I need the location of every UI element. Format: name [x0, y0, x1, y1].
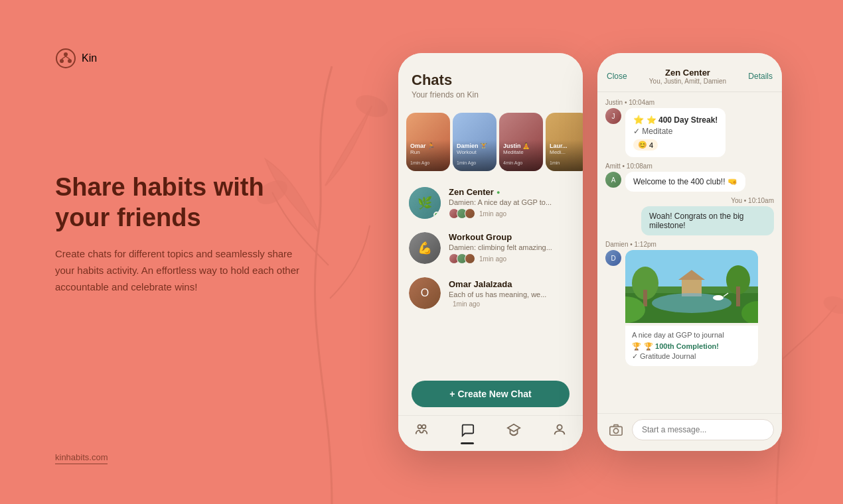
story-habit: Medi...	[550, 149, 583, 155]
park-photo	[625, 250, 758, 323]
svg-rect-14	[643, 290, 647, 306]
story-habit: Meditate	[503, 149, 539, 155]
photo-caption: A nice day at GGP to journal 🏆 🏆 100th C…	[625, 326, 758, 366]
sender-label: Justin • 10:04am	[605, 99, 774, 106]
logo-text: Kin	[82, 52, 97, 64]
people-icon	[414, 422, 429, 440]
hero-subtext: Create chats for different topics and se…	[55, 246, 307, 295]
stories-row: Omar 🏃 Run 1min Ago Damien 🏋 Workout 1mi…	[398, 106, 583, 178]
nav-item-profile[interactable]	[552, 422, 567, 440]
chat-item-workout[interactable]: 💪 Workout Group Damien: climbing felt am…	[398, 225, 583, 271]
nav-item-learn[interactable]	[506, 422, 521, 440]
message-amitt: Amitt • 10:08am A Welcome to the 400 clu…	[605, 162, 774, 192]
svg-point-5	[60, 59, 64, 63]
chat-avatar-omar: O	[409, 277, 441, 309]
chat-name: Workout Group	[449, 232, 572, 242]
message-damien-photo: Damien • 1:12pm D	[605, 241, 774, 366]
reaction-badge: 😊 4	[633, 139, 658, 151]
camera-button[interactable]	[605, 419, 627, 440]
create-chat-button[interactable]: + Create New Chat	[412, 381, 570, 407]
chat-time: 1min ago	[479, 255, 506, 263]
chat-time: 1min ago	[453, 300, 480, 308]
hero-section: Share habits with your friends Create ch…	[55, 172, 307, 295]
story-name: Omar 🏃	[410, 143, 446, 149]
message-justin-habit: Justin • 10:04am J ⭐ ⭐ 400 Day Streak! ✓…	[605, 99, 774, 157]
group-members: You, Justin, Amitt, Damien	[649, 78, 726, 85]
message-input[interactable]	[632, 419, 774, 440]
profile-icon	[552, 422, 567, 440]
sender-label: You • 10:10am	[605, 197, 774, 204]
footer-link[interactable]: kinhabits.com	[55, 452, 108, 464]
svg-point-1	[352, 91, 390, 121]
chat-avatar-zen: 🌿	[409, 187, 441, 219]
chat-list: 🌿 Zen Center ● Damien: A nice day at GGP…	[398, 178, 583, 375]
logo: Kin	[55, 48, 97, 69]
svg-point-4	[64, 52, 68, 56]
chat-avatar-workout: 💪	[409, 232, 441, 264]
bubble-row: D	[605, 250, 774, 366]
chat-info: Omar Jalalzada Each of us has meaning, w…	[449, 279, 572, 308]
story-item[interactable]: Damien 🏋 Workout 1min Ago	[453, 113, 497, 171]
story-time: 4min Ago	[503, 160, 522, 165]
svg-point-9	[558, 425, 562, 430]
avatar-amitt: A	[605, 172, 621, 188]
svg-point-20	[713, 295, 724, 300]
chats-header: Chats Your friends on Kin	[398, 53, 583, 106]
chat-item-zen[interactable]: 🌿 Zen Center ● Damien: A nice day at GGP…	[398, 180, 583, 225]
messages-area: Justin • 10:04am J ⭐ ⭐ 400 Day Streak! ✓…	[597, 92, 782, 413]
story-habit: Workout	[457, 149, 493, 155]
details-button[interactable]: Details	[748, 72, 773, 81]
input-area	[597, 413, 782, 451]
bubble-row: A Welcome to the 400 club!! 🤜	[605, 172, 774, 192]
chats-subtitle: Your friends on Kin	[412, 90, 570, 99]
learn-icon	[506, 422, 521, 440]
chats-title: Chats	[412, 72, 570, 89]
chat-meta: 1min ago	[449, 253, 572, 264]
sender-label: Amitt • 10:08am	[605, 162, 774, 170]
chats-phone: Chats Your friends on Kin Omar 🏃 Run 1mi…	[398, 53, 583, 451]
online-indicator	[433, 212, 440, 218]
nav-item-chat[interactable]	[460, 422, 475, 440]
sender-label: Damien • 1:12pm	[605, 241, 774, 248]
story-item[interactable]: Omar 🏃 Run 1min Ago	[406, 113, 450, 171]
avatar-damien: D	[605, 250, 621, 266]
photo-habit-name: 🏆 🏆 100th Completion!	[632, 342, 751, 351]
chat-meta: 1min ago	[449, 300, 572, 308]
chat-item-omar[interactable]: O Omar Jalalzada Each of us has meaning,…	[398, 271, 583, 316]
svg-point-6	[68, 59, 72, 63]
group-info: Zen Center You, Justin, Amitt, Damien	[649, 68, 726, 85]
bottom-nav	[398, 415, 583, 451]
chat-preview: Damien: A nice day at GGP to...	[449, 198, 572, 206]
chat-info: Zen Center ● Damien: A nice day at GGP t…	[449, 187, 572, 219]
chat-info: Workout Group Damien: climbing felt amaz…	[449, 232, 572, 264]
story-time: 1min Ago	[457, 160, 476, 165]
close-button[interactable]: Close	[607, 72, 627, 81]
group-name: Zen Center	[649, 68, 726, 78]
photo-habit-card: 🏆 🏆 100th Completion! ✓ Gratitude Journa…	[632, 342, 751, 361]
message-you: You • 10:10am Woah! Congrats on the big …	[605, 197, 774, 235]
text-bubble-mine: Woah! Congrats on the big milestone!	[641, 206, 774, 235]
chat-detail-header: Close Zen Center You, Justin, Amitt, Dam…	[597, 53, 782, 92]
habit-card: ⭐ ⭐ 400 Day Streak! ✓ Meditate 😊 4	[625, 108, 726, 157]
story-time: 1min Ago	[410, 160, 429, 165]
chat-name: Omar Jalalzada	[449, 279, 572, 289]
caption-text: A nice day at GGP to journal	[632, 331, 751, 339]
chat-time: 1min ago	[479, 210, 506, 218]
hero-heading: Share habits with your friends	[55, 172, 307, 233]
story-item[interactable]: Laur... Medi... 1min	[546, 113, 583, 171]
chat-preview: Each of us has meaning, we...	[449, 290, 572, 298]
svg-point-7	[418, 425, 422, 429]
chat-detail-phone: Close Zen Center You, Justin, Amitt, Dam…	[597, 53, 782, 451]
svg-point-3	[56, 49, 75, 68]
photo-habit-sub: ✓ Gratitude Journal	[632, 352, 751, 361]
story-name: Justin 🧘	[503, 143, 539, 149]
story-name: Laur...	[550, 143, 583, 149]
nav-item-people[interactable]	[414, 422, 429, 440]
text-bubble: Welcome to the 400 club!! 🤜	[625, 172, 745, 192]
bubble-content: ⭐ ⭐ 400 Day Streak! ✓ Meditate 😊 4	[625, 108, 774, 157]
chat-icon	[460, 422, 475, 440]
story-item[interactable]: Justin 🧘 Meditate 4min Ago	[499, 113, 543, 171]
avatar-justin: J	[605, 108, 621, 124]
story-name: Damien 🏋	[457, 143, 493, 149]
streak-label: ⭐ ⭐ 400 Day Streak!	[633, 115, 718, 125]
